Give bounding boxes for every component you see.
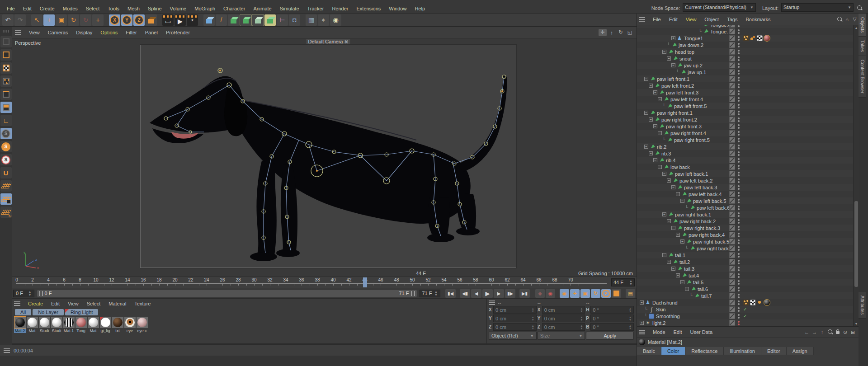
menu-volume[interactable]: Volume [166,4,191,13]
material-thumbnail[interactable] [112,317,123,328]
visibility-dots[interactable] [738,198,740,204]
material-thumbnail[interactable] [27,317,38,328]
viewport-solo-hierarchy-button[interactable]: S [0,154,12,165]
editor-visibility-toggle[interactable] [729,178,735,183]
menu-render[interactable]: Render [328,4,352,13]
menu-tools[interactable]: Tools [104,4,123,13]
visibility-dots[interactable] [738,76,740,82]
visibility-dots[interactable] [738,286,740,292]
visibility-dots[interactable] [738,29,740,34]
editor-visibility-toggle[interactable] [729,211,735,217]
weight-tag-icon[interactable] [743,35,749,41]
node-space-dropdown[interactable]: Current (Standard/Physical) ▼ [683,3,756,12]
tree-row[interactable]: −paw right front.1 [637,109,853,116]
tree-row[interactable]: −paw left back.3 [637,184,853,191]
visibility-dots[interactable] [738,280,740,285]
tree-row[interactable]: −paw left front.4 [637,96,853,103]
track-icon[interactable]: ⊙ [841,329,849,335]
stepper-icon[interactable]: ▲▼ [580,307,583,313]
add-subdivision-surface-button[interactable] [228,14,239,26]
visibility-dots[interactable] [738,90,740,95]
editor-visibility-toggle[interactable] [729,171,735,177]
range-handle-right[interactable] [411,291,415,296]
editor-visibility-toggle[interactable] [729,83,735,89]
stepper-icon[interactable]: ▲▼ [434,290,438,296]
menu-file[interactable]: File [3,4,19,13]
attr-menu-mode[interactable]: Mode [649,328,670,336]
tree-row[interactable]: −low back [637,164,853,170]
collapse-icon[interactable]: − [653,158,657,162]
menu-edit[interactable]: Edit [19,4,36,13]
key-parameter-button[interactable]: P [601,289,611,298]
palette-grip[interactable] [3,30,9,33]
prev-key-button[interactable]: ◀▮ [460,289,470,298]
orbit-icon[interactable]: ↻ [617,29,625,36]
coord-value-field[interactable]: 0 °▲▼ [590,314,634,322]
range-handle-left[interactable] [39,291,43,296]
tree-row[interactable]: −rib.2 [637,143,853,150]
record-active-button[interactable]: ◉ [546,289,555,298]
viewport-canvas[interactable]: Perspective Default Camera ⌘ [12,38,637,277]
om-menu-bookmarks[interactable]: Bookmarks [741,16,774,23]
play-button[interactable]: ▶ [482,289,493,298]
editor-visibility-toggle[interactable] [729,25,735,28]
editor-visibility-toggle[interactable] [729,96,735,102]
visibility-dots[interactable] [738,232,740,238]
tree-row[interactable]: −paw left front.2 [637,82,853,89]
collapse-icon[interactable]: − [667,56,671,61]
tweak-button[interactable]: + [92,14,104,26]
material-item[interactable]: txt [112,317,123,333]
collapse-icon[interactable]: − [658,97,662,101]
material-item[interactable]: Mat [26,317,38,333]
visibility-dots[interactable] [738,205,740,211]
om-menu-view[interactable]: View [682,16,701,23]
editor-visibility-toggle[interactable] [729,164,735,170]
axis-z-button[interactable]: Z [133,14,145,26]
collapse-icon[interactable]: − [680,280,684,284]
visibility-dots[interactable] [738,219,740,224]
collapse-icon[interactable]: − [644,111,648,115]
collapse-icon[interactable]: − [662,172,666,176]
layer-tab-ring-light[interactable]: Ring Light [65,309,99,315]
editor-visibility-toggle[interactable] [729,42,735,48]
polygon-mode-button[interactable] [0,102,12,113]
editor-visibility-toggle[interactable] [729,279,735,285]
material-tag-icon[interactable] [764,35,770,42]
tree-row[interactable]: −rib.3 [637,150,853,157]
apply-button[interactable]: Apply [586,332,634,340]
material-menu-select[interactable]: Select [83,300,105,307]
hamburger-icon[interactable] [639,330,645,334]
tab-editor[interactable]: Editor [761,347,787,355]
tab-assign[interactable]: Assign [787,347,814,355]
coord-value-field[interactable]: 0 cm▲▼ [542,306,585,314]
collapse-icon[interactable]: − [640,300,644,305]
add-environment-button[interactable]: ▦ [306,14,317,26]
material-item[interactable]: Tong [75,317,87,333]
tree-row[interactable]: └Tongue.7 [637,28,853,35]
axis-y-button[interactable]: Y [121,14,132,26]
visibility-dots[interactable] [738,103,740,109]
material-tag-icon[interactable] [764,299,770,306]
material-item[interactable]: Mat [87,317,99,333]
timeline-ruler[interactable]: 0246810121416182022242628303234363840424… [12,277,637,288]
stepper-icon[interactable]: ▲▼ [629,324,632,330]
tab-basic[interactable]: Basic [637,347,661,355]
material-thumbnail[interactable] [137,317,148,328]
material-menu-view[interactable]: View [64,300,83,307]
viewport-menu-display[interactable]: Display [72,29,96,36]
menu-simulate[interactable]: Simulate [276,4,303,13]
prev-frame-button[interactable]: ◀ [471,289,481,298]
key-scale-button[interactable]: ▣ [580,289,590,298]
visibility-dots[interactable] [738,110,740,116]
editor-visibility-toggle[interactable] [729,239,735,244]
range-end-field[interactable]: 71 F ▲▼ [420,290,441,297]
viewport-menu-panel[interactable]: Panel [141,29,162,36]
visibility-dots[interactable] [738,25,740,28]
material-thumbnail[interactable] [100,317,111,328]
editor-visibility-toggle[interactable] [729,76,735,82]
visibility-dots[interactable] [738,97,740,102]
visibility-dots[interactable] [738,70,740,75]
editor-visibility-toggle[interactable] [729,89,735,95]
collapse-icon[interactable]: − [662,212,666,216]
tree-row[interactable]: −paw right front.2 [637,116,853,123]
